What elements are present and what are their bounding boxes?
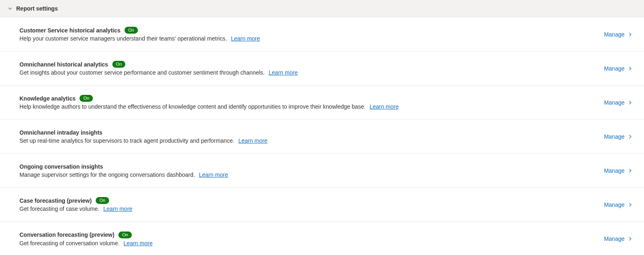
- manage-button[interactable]: Manage: [604, 65, 633, 72]
- manage-label: Manage: [604, 201, 625, 208]
- status-badge: On: [112, 61, 126, 68]
- manage-label: Manage: [604, 236, 625, 242]
- status-badge: On: [125, 27, 138, 34]
- manage-button[interactable]: Manage: [604, 236, 633, 242]
- setting-title: Knowledge analytics: [19, 95, 75, 102]
- manage-button[interactable]: Manage: [604, 201, 633, 208]
- setting-description: Get forecasting of case volume.: [19, 206, 99, 212]
- setting-description: Set up real-time analytics for superviso…: [19, 137, 234, 144]
- setting-title: Omnichannel intraday insights: [19, 129, 103, 136]
- setting-row: Knowledge analytics On Help knowledge au…: [0, 86, 644, 120]
- setting-description: Help your customer service managers unde…: [19, 35, 227, 42]
- manage-label: Manage: [604, 31, 625, 38]
- chevron-right-icon: [628, 100, 633, 105]
- chevron-right-icon: [628, 236, 633, 241]
- chevron-right-icon: [628, 66, 633, 71]
- manage-button[interactable]: Manage: [604, 31, 633, 38]
- learn-more-link[interactable]: Learn more: [269, 69, 298, 76]
- learn-more-link[interactable]: Learn more: [199, 171, 228, 178]
- manage-label: Manage: [604, 167, 625, 174]
- setting-row: Conversation forecasting (preview) On Ge…: [0, 222, 644, 255]
- status-badge: On: [96, 197, 109, 204]
- learn-more-link[interactable]: Learn more: [238, 137, 268, 144]
- learn-more-link[interactable]: Learn more: [231, 35, 260, 42]
- setting-row: Omnichannel historical analytics On Get …: [0, 51, 644, 86]
- status-badge: On: [118, 231, 132, 238]
- manage-button[interactable]: Manage: [604, 99, 633, 106]
- chevron-down-icon: [7, 6, 13, 11]
- learn-more-link[interactable]: Learn more: [369, 103, 399, 110]
- setting-row: Ongoing conversation insights Manage sup…: [0, 154, 644, 188]
- setting-description: Manage supervisor settings for the ongoi…: [19, 171, 195, 178]
- chevron-right-icon: [628, 202, 633, 207]
- setting-description: Get insights about your customer service…: [19, 69, 265, 76]
- setting-title: Case forecasting (preview): [19, 197, 92, 204]
- setting-title: Conversation forecasting (preview): [19, 231, 114, 238]
- learn-more-link[interactable]: Learn more: [124, 240, 153, 246]
- learn-more-link[interactable]: Learn more: [103, 206, 133, 212]
- status-badge: On: [79, 95, 93, 102]
- chevron-right-icon: [628, 168, 633, 173]
- setting-title: Ongoing conversation insights: [19, 163, 103, 170]
- chevron-right-icon: [628, 32, 633, 37]
- setting-description: Get forecasting of conversation volume.: [19, 240, 120, 246]
- setting-row: Customer Service historical analytics On…: [0, 17, 644, 51]
- manage-button[interactable]: Manage: [604, 167, 633, 174]
- setting-row: Case forecasting (preview) On Get foreca…: [0, 188, 644, 222]
- setting-row: Omnichannel intraday insights Set up rea…: [0, 120, 644, 154]
- chevron-right-icon: [628, 134, 633, 139]
- manage-button[interactable]: Manage: [604, 133, 633, 140]
- manage-label: Manage: [604, 133, 625, 140]
- setting-title: Customer Service historical analytics: [19, 27, 120, 34]
- manage-label: Manage: [604, 99, 625, 106]
- setting-title: Omnichannel historical analytics: [19, 61, 108, 68]
- section-title: Report settings: [16, 5, 58, 12]
- manage-label: Manage: [604, 65, 625, 72]
- section-header[interactable]: Report settings: [0, 0, 644, 17]
- setting-description: Help knowledge authors to understand the…: [19, 103, 366, 110]
